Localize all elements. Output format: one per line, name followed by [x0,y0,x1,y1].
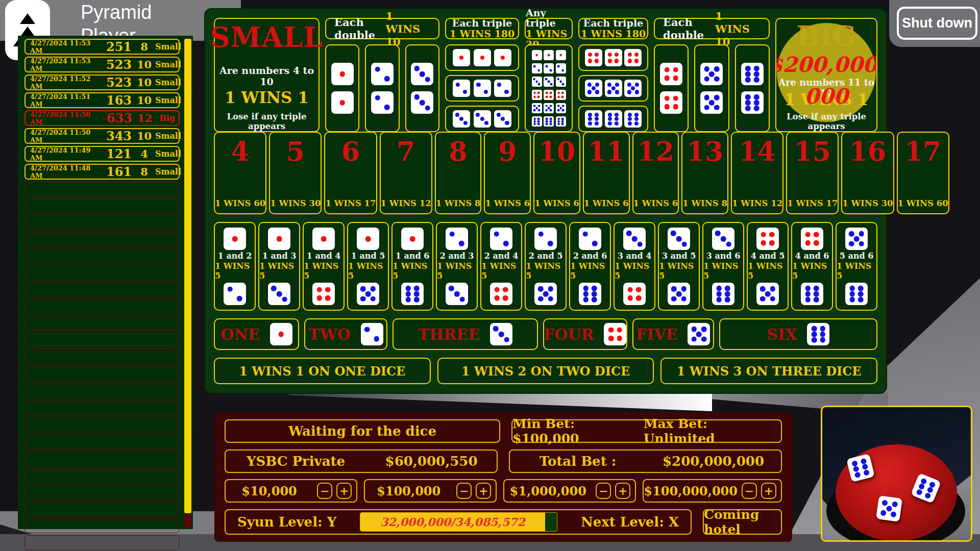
bet-total-10[interactable]: 101 WINS 6 [533,132,580,214]
die-3-icon [668,228,690,250]
die-6-icon [801,283,823,305]
bet-double-6[interactable] [735,44,770,132]
chip-100000000[interactable]: $100,000,000−+ [643,479,782,503]
bet-total-4[interactable]: 41 WINS 60 [214,132,266,214]
bet-combo-2-5[interactable]: 2 and 51 WINS 5 [525,222,567,311]
chip-100000[interactable]: $100,000−+ [364,479,497,503]
bet-triple-6[interactable] [578,106,648,132]
chip-increase-button[interactable]: + [336,483,352,499]
history-scrollbar-thumb[interactable] [184,514,191,528]
any-triple-header: Any triple 1 WINS 30 [525,18,573,39]
single-label: SIX [767,325,797,343]
total-odds: 1 WINS 60 [215,198,265,208]
bet-total-9[interactable]: 91 WINS 6 [484,132,531,214]
die-1-icon [268,228,290,250]
bet-combo-3-4[interactable]: 3 and 41 WINS 5 [614,222,655,311]
bet-combo-1-5[interactable]: 1 and 51 WINS 5 [347,222,389,311]
shutdown-button[interactable]: Shut down [897,7,977,40]
history-row-empty [24,198,180,213]
each-triple-left-column: Each triple 1 WINS 180 [445,18,519,132]
chip-decrease-button[interactable]: − [742,483,757,499]
bet-combo-1-6[interactable]: 1 and 61 WINS 5 [391,222,433,311]
bet-combo-3-6[interactable]: 3 and 61 WINS 5 [702,222,744,311]
bet-total-13[interactable]: 131 WINS 8 [681,132,728,214]
bet-double-5[interactable] [694,44,729,132]
combo-label: 1 and 2 [218,252,252,260]
bet-total-11[interactable]: 111 WINS 6 [583,132,630,214]
bet-double-1[interactable] [325,44,359,132]
chip-increase-button[interactable]: + [476,483,491,499]
combo-odds: 1 WINS 5 [304,262,344,281]
history-scrollbar[interactable] [184,39,191,513]
bet-total-16[interactable]: 161 WINS 30 [841,132,894,214]
bet-triple-4[interactable] [578,44,648,71]
history-dice: 633 [105,111,134,126]
total-odds: 1 WINS 12 [381,198,431,208]
bet-combo-2-4[interactable]: 2 and 41 WINS 5 [480,222,522,311]
bet-combo-1-3[interactable]: 1 and 31 WINS 5 [258,222,300,311]
bet-total-5[interactable]: 51 WINS 30 [269,132,322,214]
history-result: Small [155,78,179,87]
bet-triple-2[interactable] [445,75,519,102]
bet-combo-1-4[interactable]: 1 and 41 WINS 5 [303,222,345,311]
die-3-icon [411,63,433,85]
bet-big[interactable]: BIG Are numbers 11 to 17 1 WINS 1 Lose i… [775,18,877,132]
each-triple-label: Each triple [583,18,643,29]
any-triple-column: Any triple 1 WINS 30 [525,18,573,132]
coming-hotel-button[interactable]: Coming hotel [703,509,782,535]
bet-total-7[interactable]: 71 WINS 12 [380,132,432,214]
bet-small[interactable]: SMALL Are numbers 4 to 10 1 WINS 1 Lose … [214,18,320,132]
chip-decrease-button[interactable]: − [456,483,472,499]
chip-increase-button[interactable]: + [615,483,630,499]
bet-combo-2-6[interactable]: 2 and 61 WINS 5 [569,222,611,311]
bet-triple-5[interactable] [578,75,648,102]
balance-value: $60,000,550 [385,454,478,469]
bet-any-triple[interactable] [525,44,573,132]
bet-total-12[interactable]: 121 WINS 6 [632,132,679,214]
chip-1000000[interactable]: $1,000,000−+ [503,479,636,503]
combo-label: 1 and 6 [396,252,430,260]
combo-odds: 1 WINS 5 [437,262,477,281]
bet-triple-3[interactable] [445,106,519,132]
bet-single-one[interactable]: ONE [214,318,299,350]
die-5-icon [556,103,566,113]
bet-combo-4-6[interactable]: 4 and 61 WINS 5 [791,222,833,311]
bet-combo-1-2[interactable]: 1 and 21 WINS 5 [214,222,256,311]
bet-single-six[interactable]: SIX [719,318,877,350]
chip-10000[interactable]: $10,000−+ [225,479,357,503]
die-3-icon [453,110,470,128]
bet-single-three[interactable]: THREE [393,318,538,350]
bet-combo-3-5[interactable]: 3 and 51 WINS 5 [658,222,700,311]
bet-single-two[interactable]: TWO [304,318,387,350]
die-2-icon [371,91,394,114]
history-result: Small [155,42,179,52]
bet-double-3[interactable] [405,44,439,132]
chip-decrease-button[interactable]: − [596,483,611,499]
bet-combo-5-6[interactable]: 5 and 61 WINS 5 [836,222,877,311]
bet-combo-2-3[interactable]: 2 and 31 WINS 5 [436,222,478,311]
bet-double-2[interactable] [365,44,399,132]
total-bet-box: Total Bet : $200,000,000 [509,449,782,473]
total-number-row: 41 WINS 6051 WINS 3061 WINS 1771 WINS 12… [214,132,877,214]
chip-decrease-button[interactable]: − [317,483,332,499]
die-6-icon [807,323,829,345]
bet-double-4[interactable] [654,44,689,132]
total-odds: 1 WINS 17 [787,198,838,208]
bet-total-17[interactable]: 171 WINS 60 [897,132,949,214]
combo-odds: 1 WINS 5 [837,262,876,281]
bet-single-five[interactable]: FIVE [632,318,714,350]
bet-total-15[interactable]: 151 WINS 17 [786,132,839,214]
bet-single-four[interactable]: FOUR [543,318,627,350]
die-1-icon [494,49,511,66]
die-1-icon [544,50,554,60]
die-5-icon [845,228,868,250]
bet-total-6[interactable]: 61 WINS 17 [324,132,377,214]
bet-triple-1[interactable] [445,44,519,71]
combo-odds: 1 WINS 5 [215,262,255,281]
bet-total-14[interactable]: 141 WINS 12 [731,132,783,214]
bet-total-8[interactable]: 81 WINS 8 [435,132,482,214]
history-row: 4/27/2024 11:53 AM2518Small [24,39,180,55]
bet-combo-4-5[interactable]: 4 and 51 WINS 5 [747,222,789,311]
chip-increase-button[interactable]: + [761,483,776,499]
history-row-empty [24,232,180,247]
